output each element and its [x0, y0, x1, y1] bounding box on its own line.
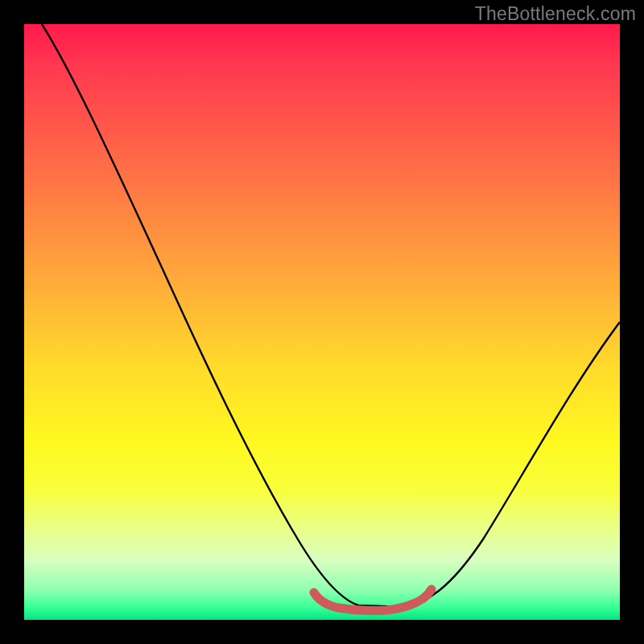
bottleneck-curve: [42, 24, 620, 607]
attribution-label: TheBottleneck.com: [475, 3, 636, 25]
optimal-band-marker: [314, 589, 431, 611]
chart-container: TheBottleneck.com: [0, 0, 644, 644]
curve-layer: [24, 24, 620, 620]
plot-area: [24, 24, 620, 620]
